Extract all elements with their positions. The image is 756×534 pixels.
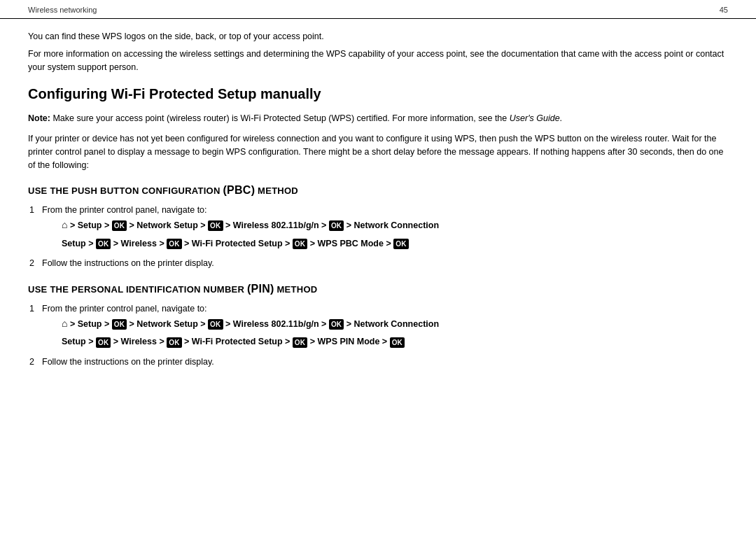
main-section-title: Configuring Wi-Fi Protected Setup manual… [28,86,728,102]
pbc-step2-text: Follow the instructions on the printer d… [42,258,214,268]
note-text: Make sure your access point (wireless ro… [50,113,510,123]
pin-nav1-network-connection: > Network Connection [344,319,439,329]
page-number: 45 [720,6,728,14]
pbc-nav-line-2: Setup > OK > Wireless > OK > Wi-Fi Prote… [62,237,728,251]
ok-btn-pbc2-3: OK [293,239,307,249]
pbc-step1-text: From the printer control panel, navigate… [42,205,207,215]
pin-title-large: (PIN) [247,283,274,295]
pbc-title-pre: Use the Push Button Configuration [28,185,223,196]
ok-btn-pbc2-2: OK [167,239,181,249]
page-container: Wireless networking 45 You can find thes… [0,0,756,534]
pbc-nav1-network-connection: > Network Connection [344,220,439,230]
ok-btn-pin2-4: OK [390,337,405,348]
note-paragraph: Note: Make sure your access point (wirel… [28,112,728,125]
pbc-nav2-wifi: > Wi-Fi Protected Setup > [182,239,293,248]
pbc-title-large: (PBC) [223,184,255,196]
ok-btn-pin1-1: OK [112,319,127,330]
pin-nav2-mode: > WPS PIN Mode > [307,337,389,346]
ok-btn-pin1-3: OK [329,319,344,330]
pin-title-post: Method [274,284,318,295]
pin-nav2-setup: Setup > [62,337,96,346]
ok-btn-pbc1-2: OK [208,220,223,231]
ok-btn-pin2-3: OK [293,337,307,348]
header-section-title: Wireless networking [28,6,97,14]
note-italic: User's Guide [510,113,560,123]
content-area: You can find these WPS logos on the side… [0,30,756,403]
intro-para-2: For more information on accessing the wi… [28,48,728,74]
pin-section-title: Use the Personal Identification Number (… [28,283,728,295]
pbc-section-title: Use the Push Button Configuration (PBC) … [28,184,728,197]
pin-nav-line-2: Setup > OK > Wireless > OK > Wi-Fi Prote… [62,335,728,349]
ok-btn-pbc1-3: OK [329,220,344,231]
page-header: Wireless networking 45 [0,0,756,19]
note-end: . [560,113,562,123]
pin-section: Use the Personal Identification Number (… [28,283,728,369]
ok-btn-pbc2-1: OK [96,239,111,249]
pbc-step-2: Follow the instructions on the printer d… [42,257,728,270]
intro-para-1: You can find these WPS logos on the side… [28,30,728,43]
pbc-nav1-wireless: > Wireless 802.11b/g/n > [223,220,329,230]
ok-btn-pin2-2: OK [167,337,181,348]
pin-step1-text: From the printer control panel, navigate… [42,304,207,314]
pbc-steps-list: From the printer control panel, navigate… [28,204,728,270]
pin-nav-line-1: ⌂ > Setup > OK > Network Setup > OK > Wi… [62,316,728,332]
pin-nav1-setup: > Setup > [67,319,111,329]
note-label: Note: [28,113,50,123]
pbc-title-post: Method [255,185,298,196]
body-paragraph: If your printer or device has not yet be… [28,132,728,171]
pin-nav1-network: > Network Setup > [127,319,208,329]
pbc-nav1-network: > Network Setup > [127,220,208,230]
pbc-nav2-setup: Setup > [62,239,96,248]
pin-title-pre: Use the Personal Identification Number [28,284,247,295]
pin-step-1: From the printer control panel, navigate… [42,302,728,350]
pbc-section: Use the Push Button Configuration (PBC) … [28,184,728,270]
pin-nav1-wireless: > Wireless 802.11b/g/n > [223,319,329,329]
pbc-nav-line-1: ⌂ > Setup > OK > Network Setup > OK > Wi… [62,217,728,234]
ok-btn-pin2-1: OK [96,337,111,348]
pbc-step-1: From the printer control panel, navigate… [42,204,728,251]
pin-step-2: Follow the instructions on the printer d… [42,356,728,369]
pin-steps-list: From the printer control panel, navigate… [28,302,728,369]
pin-nav2-wifi: > Wi-Fi Protected Setup > [182,337,293,346]
pbc-nav2-mode: > WPS PBC Mode > [307,239,393,248]
pbc-nav1-setup: > Setup > [67,220,111,230]
ok-btn-pbc1-1: OK [112,220,127,231]
pin-step2-text: Follow the instructions on the printer d… [42,357,214,367]
pbc-nav2-wireless: > Wireless > [111,239,167,248]
ok-btn-pin1-2: OK [208,319,223,330]
pin-nav2-wireless: > Wireless > [111,337,167,346]
ok-btn-pbc2-4: OK [393,239,408,249]
